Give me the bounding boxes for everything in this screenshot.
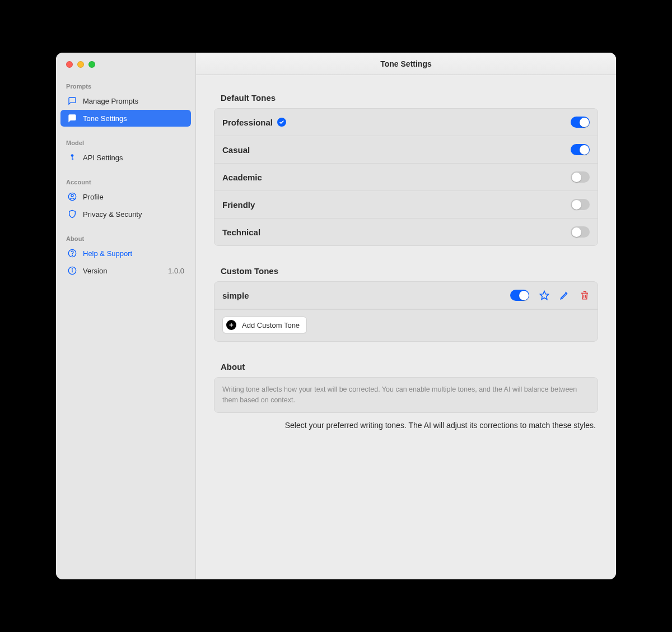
default-badge-icon [277,118,286,127]
sidebar-item-manage-prompts[interactable]: Manage Prompts [60,92,191,109]
app-window: Prompts Manage Prompts Tone Settings Mod… [56,53,616,579]
sidebar-item-label: Privacy & Security [83,210,142,219]
tone-row-friendly: Friendly [214,191,598,219]
tone-toggle-technical[interactable] [571,226,590,238]
minimize-window-button[interactable] [77,61,84,68]
add-custom-tone-label: Add Custom Tone [242,321,300,329]
tone-row-professional: Professional [214,109,598,136]
sidebar-section-prompts: Prompts [56,80,195,92]
sidebar-item-label: API Settings [83,154,123,162]
sidebar-item-label: Help & Support [83,249,132,258]
content-pane: Tone Settings Default Tones Professional [196,53,616,579]
sidebar-item-label: Profile [83,193,104,201]
star-icon[interactable] [539,290,549,300]
sidebar: Prompts Manage Prompts Tone Settings Mod… [56,53,196,579]
custom-tone-toggle-simple[interactable] [510,290,529,301]
tone-toggle-professional[interactable] [571,117,590,128]
default-tones-card: Professional Casual Academic [214,108,598,246]
sidebar-section-about: About [56,232,195,244]
key-icon [67,152,77,162]
default-tones-title: Default Tones [221,93,598,103]
sidebar-item-api-settings[interactable]: API Settings [60,149,191,166]
sidebar-item-label: Manage Prompts [83,97,138,105]
custom-tones-card: simple [214,281,598,342]
sidebar-item-label: Tone Settings [83,114,127,123]
user-circle-icon [67,192,77,202]
svg-point-9 [72,268,72,269]
tone-toggle-casual[interactable] [571,144,590,155]
sidebar-section-account: Account [56,175,195,188]
tone-name: Technical [222,227,260,237]
sidebar-item-version[interactable]: Version 1.0.0 [60,262,191,279]
version-number: 1.0.0 [168,267,184,275]
pencil-icon[interactable] [559,290,570,300]
sidebar-section-model: Model [56,136,195,148]
sidebar-item-tone-settings[interactable]: Tone Settings [60,110,191,127]
tone-toggle-academic[interactable] [571,171,590,183]
question-circle-icon [67,248,77,258]
svg-rect-2 [72,159,73,159]
custom-tones-title: Custom Tones [221,266,598,276]
tone-row-casual: Casual [214,136,598,164]
add-custom-tone-button[interactable]: Add Custom Tone [222,317,307,333]
plus-circle-icon [226,320,236,330]
chat-icon [67,96,77,106]
shield-icon [67,209,77,219]
tone-row-technical: Technical [214,219,598,245]
tone-row-academic: Academic [214,164,598,191]
tone-toggle-friendly[interactable] [571,199,590,210]
svg-marker-10 [540,291,549,300]
chat-icon [67,113,77,123]
svg-rect-1 [72,156,72,160]
sidebar-item-profile[interactable]: Profile [60,188,191,205]
about-footer-note: Select your preferred writing tones. The… [214,421,598,430]
window-controls [56,61,95,68]
trash-icon[interactable] [580,290,590,300]
close-window-button[interactable] [66,61,73,68]
tone-name: Friendly [222,200,255,210]
svg-point-4 [71,194,73,197]
tone-name: Professional [222,118,273,127]
tone-name: Academic [222,173,262,182]
custom-tone-row-simple: simple [214,282,598,309]
sidebar-item-help-support[interactable]: Help & Support [60,245,191,262]
about-title: About [221,362,598,371]
info-circle-icon [67,266,77,276]
page-title: Tone Settings [196,53,616,75]
tone-name: Casual [222,145,250,155]
tone-name: simple [222,291,249,300]
sidebar-item-label: Version [83,267,107,275]
zoom-window-button[interactable] [88,61,95,68]
about-description: Writing tone affects how your text will … [214,377,598,413]
svg-point-6 [72,255,72,255]
sidebar-item-privacy-security[interactable]: Privacy & Security [60,206,191,222]
